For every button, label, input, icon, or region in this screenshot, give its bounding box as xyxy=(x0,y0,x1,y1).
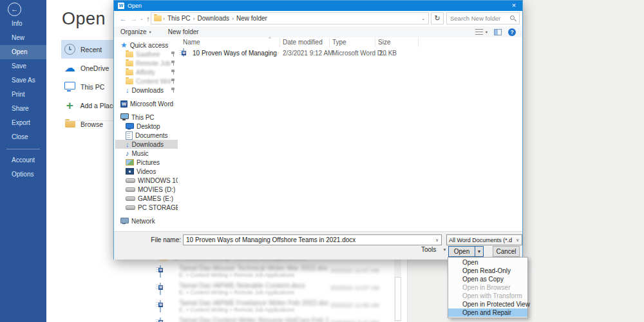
tree-item[interactable]: ★ Quick access xyxy=(115,41,178,50)
sidebar-nav-item[interactable]: Share xyxy=(0,102,46,116)
tree-item[interactable]: Affinity xyxy=(115,68,178,77)
change-view-button[interactable]: ▾ xyxy=(475,29,488,35)
tree-item[interactable]: Saathee xyxy=(115,50,178,59)
search-placeholder: Search New folder xyxy=(450,15,500,22)
column-header-size[interactable]: Size xyxy=(378,37,390,48)
sidebar-nav-item[interactable]: Account xyxy=(0,153,46,167)
breadcrumb-downloads[interactable]: Downloads xyxy=(198,15,229,22)
sidebar-nav-item[interactable]: Save xyxy=(0,59,46,73)
tree-item[interactable]: This PC xyxy=(115,113,178,122)
cancel-button[interactable]: Cancel xyxy=(493,246,520,257)
menu-item[interactable]: Open as Copy xyxy=(448,275,527,283)
sidebar-nav-item[interactable]: Print xyxy=(0,88,46,102)
column-header-type[interactable]: Type xyxy=(332,37,346,48)
recent-file-title: Tamal Das Content Writer Resume HotCars … xyxy=(179,316,328,322)
backstage-places: Recent ☁ OneDrive This PC + Add a Place … xyxy=(61,40,117,133)
tree-item[interactable]: ↓ Downloads xyxy=(115,140,178,149)
tree-item[interactable]: WINDOWS 10 (C:) xyxy=(115,176,178,185)
file-type-value: All Word Documents (*.docx;* xyxy=(449,237,512,243)
tree-item[interactable]: Documents xyxy=(115,131,178,140)
recent-file-row[interactable]: Tamal Das Mouser Technical Writer Mar 20… xyxy=(138,263,407,281)
breadcrumb[interactable]: › This PC › Downloads › New folder ⌄ xyxy=(151,12,429,24)
backstage-place-item[interactable]: ☁ OneDrive xyxy=(61,59,117,77)
drive-icon xyxy=(126,187,135,192)
file-row[interactable]: 10 Proven Ways of Managing Offshore Te..… xyxy=(181,48,518,58)
onedrive-cloud-icon: ☁ xyxy=(64,64,75,72)
menu-item[interactable]: Open with Transform xyxy=(448,292,527,300)
breadcrumb-new-folder[interactable]: New folder xyxy=(236,15,267,22)
close-icon[interactable]: × xyxy=(506,1,522,11)
scrollbar-track[interactable] xyxy=(394,260,401,322)
tree-item[interactable]: Desktop xyxy=(115,122,178,131)
sidebar-nav-item[interactable]: Info xyxy=(0,17,46,31)
tree-item-label: Network xyxy=(131,218,155,225)
back-nav-icon[interactable]: ← xyxy=(118,11,128,26)
download-arrow-icon: ↓ xyxy=(126,141,129,148)
organize-button[interactable]: Organize xyxy=(120,28,147,35)
tree-item[interactable]: Content Writing xyxy=(115,77,178,86)
folder-icon xyxy=(126,70,133,75)
tree-item[interactable]: Network xyxy=(115,216,178,225)
tree-item[interactable]: MOVIES (D:) xyxy=(115,185,178,194)
backstage-place-item[interactable]: Browse xyxy=(61,115,117,133)
sidebar-nav-item[interactable]: Close xyxy=(0,130,46,144)
menu-item[interactable]: Open and Repair xyxy=(448,308,527,317)
file-list-header: ^ Name Date modified Type Size xyxy=(181,37,518,48)
open-button[interactable]: Open xyxy=(448,246,475,257)
recent-file-title: Tamal Das IAPWE Noteable Content.docx xyxy=(179,281,305,289)
open-split-dropdown-button[interactable]: ▼ xyxy=(475,246,484,257)
tree-item-label: Affinity xyxy=(136,69,155,76)
forward-nav-icon[interactable]: → xyxy=(129,11,138,26)
sidebar-nav-item[interactable]: Options xyxy=(0,167,46,182)
dialog-titlebar[interactable]: W Open × xyxy=(114,1,522,11)
menu-item[interactable]: Open Read-Only xyxy=(448,267,527,275)
recent-file-row[interactable]: Tamal Das IAPWE Freelance Writer Feb 202… xyxy=(138,298,407,316)
tree-item[interactable]: Videos xyxy=(115,167,178,176)
tree-item-label: Content Writing xyxy=(136,78,171,85)
backstage-place-item[interactable]: This PC xyxy=(61,77,117,96)
tree-item[interactable]: ♪ Music xyxy=(115,149,178,158)
menu-item[interactable]: Open xyxy=(448,258,527,267)
tree-item[interactable]: ↓ Downloads xyxy=(115,86,178,95)
tree-item[interactable]: Remote Job App xyxy=(115,59,178,68)
refresh-icon: ↻ xyxy=(434,14,440,22)
sidebar-nav-item[interactable]: New xyxy=(0,31,46,45)
search-input[interactable]: Search New folder xyxy=(446,12,520,24)
tree-item[interactable]: PC STORAGE (F:) xyxy=(115,203,178,212)
dialog-toolbar: Organize ▾ New folder ▾ ? xyxy=(114,26,522,37)
page-title: Open xyxy=(62,9,106,29)
tree-item[interactable]: Pictures xyxy=(115,158,178,167)
tree-item-label: Documents xyxy=(135,132,168,139)
tree-item[interactable]: W Microsoft Word xyxy=(115,99,178,108)
help-icon[interactable]: ? xyxy=(508,28,516,36)
backstage-place-item[interactable]: + Add a Place xyxy=(61,96,117,115)
monitor-icon xyxy=(64,82,75,90)
scrollbar-thumb[interactable] xyxy=(395,277,401,321)
column-header-name[interactable]: Name xyxy=(183,37,200,48)
backstage-place-item[interactable]: Recent xyxy=(61,40,117,59)
back-button[interactable]: ← xyxy=(8,3,21,16)
file-type-select[interactable]: All Word Documents (*.docx;* ∨ xyxy=(446,234,522,245)
new-folder-button[interactable]: New folder xyxy=(168,28,199,35)
file-name-label: File name: xyxy=(144,236,181,243)
file-name-dropdown-icon[interactable]: ∨ xyxy=(435,238,439,243)
menu-item[interactable]: Open in Browser xyxy=(448,283,527,292)
sidebar-nav-item[interactable]: Export xyxy=(0,116,46,130)
refresh-button[interactable]: ↻ xyxy=(431,12,444,24)
breadcrumb-dropdown-icon[interactable]: ⌄ xyxy=(421,16,425,21)
word-backstage-open-screen: Open Recent ☁ OneDrive This PC + Add a P… xyxy=(0,0,644,322)
tree-item[interactable]: GAMES (E:) xyxy=(115,194,178,203)
folder-icon xyxy=(154,15,162,21)
recent-file-row[interactable]: Tamal Das IAPWE Noteable Content.docx E:… xyxy=(138,281,407,298)
menu-item[interactable]: Open in Protected View xyxy=(448,300,527,308)
column-header-date[interactable]: Date modified xyxy=(283,37,323,48)
breadcrumb-this-pc[interactable]: This PC xyxy=(167,15,191,22)
preview-pane-icon[interactable] xyxy=(494,29,502,35)
places-divider xyxy=(64,120,117,121)
sidebar-nav-item[interactable]: Open xyxy=(0,45,46,59)
recent-file-row[interactable]: Tamal Das Content Writer Resume HotCars … xyxy=(138,316,407,322)
sidebar-nav-item[interactable]: Save As xyxy=(0,73,46,88)
file-name-input[interactable]: 10 Proven Ways of Managing Offshore Team… xyxy=(183,234,442,245)
tools-button[interactable]: Tools ▼ xyxy=(421,246,447,253)
back-arrow-icon: ← xyxy=(11,5,18,13)
